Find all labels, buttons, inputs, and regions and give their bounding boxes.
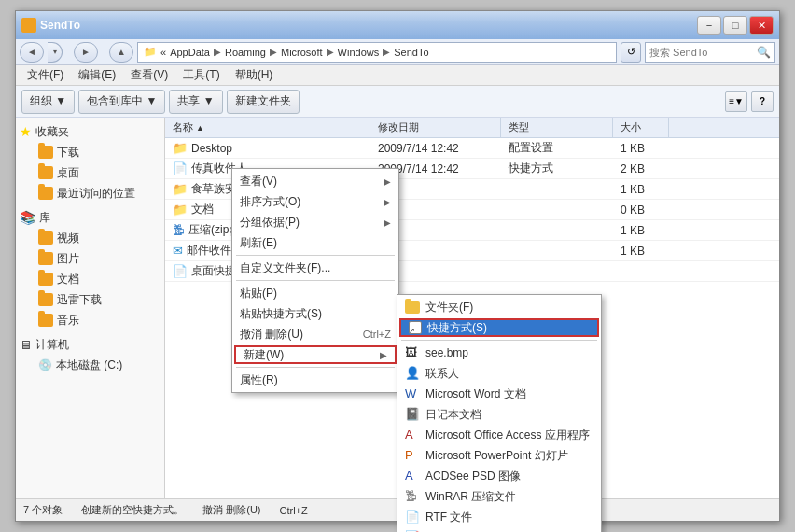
ctx-group[interactable]: 分组依据(P) ▶ [232, 212, 398, 232]
col-type[interactable]: 类型 [501, 118, 613, 137]
xunlei-label: 迅雷下载 [57, 292, 102, 308]
folder-icon [38, 166, 53, 179]
left-panel: ★ 收藏夹 下载 桌面 最近访问的位置 📚 [16, 118, 165, 498]
close-button[interactable]: ✕ [749, 16, 774, 35]
library-label: 库 [39, 210, 50, 226]
ctx-new[interactable]: 新建(W) ▶ [234, 345, 397, 364]
new-sub-sep-1 [401, 340, 597, 341]
sidebar-item-library[interactable]: 📚 库 [16, 207, 164, 228]
ctx-paste[interactable]: 粘贴(P) [232, 283, 398, 303]
ctx-undo[interactable]: 撤消 删除(U) Ctrl+Z [232, 324, 398, 344]
folder-icon [405, 301, 420, 314]
new-sub-psd[interactable]: A ACDSee PSD 图像 [398, 466, 601, 486]
ctx-sort[interactable]: 排序方式(O) ▶ [232, 191, 398, 212]
new-ppt-label: Microsoft PowerPoint 幻灯片 [425, 448, 568, 464]
ctx-view-arrow: ▶ [384, 176, 391, 187]
sidebar-item-computer[interactable]: 🖥 计算机 [16, 334, 164, 355]
new-sub-journal[interactable]: 📓 日记本文档 [398, 404, 601, 425]
ctx-customize-label: 自定义文件夹(F)... [240, 260, 391, 276]
ctx-customize[interactable]: 自定义文件夹(F)... [232, 258, 398, 278]
new-sub-shortcut-wrapper: 快捷方式(S) [398, 317, 601, 338]
back-button[interactable]: ◄ [20, 42, 44, 63]
col-date[interactable]: 修改日期 [370, 118, 501, 137]
new-access-label: Microsoft Office Access 应用程序 [425, 427, 590, 443]
c-drive-label: 本地磁盘 (C:) [56, 357, 122, 373]
share-button[interactable]: 共享 ▼ [169, 90, 222, 114]
ctx-refresh[interactable]: 刷新(E) [232, 232, 398, 253]
menu-help[interactable]: 帮助(H) [228, 65, 281, 85]
include-library-button[interactable]: 包含到库中 ▼ [78, 90, 165, 114]
folder-icon [38, 293, 53, 306]
col-size[interactable]: 大小 [613, 118, 669, 137]
music-label: 音乐 [57, 313, 79, 329]
ctx-sort-label: 排序方式(O) [240, 194, 378, 210]
new-sub-access[interactable]: A Microsoft Office Access 应用程序 [398, 425, 601, 445]
menu-edit[interactable]: 编辑(E) [71, 65, 123, 85]
bmp-icon: 🖼 [405, 345, 420, 360]
star-icon: ★ [20, 124, 32, 139]
file-type-icon: 📄 [173, 161, 188, 175]
ppt-icon: P [405, 448, 420, 463]
minimize-button[interactable]: − [697, 16, 721, 35]
new-sub-shortcut[interactable]: 快捷方式(S) [399, 318, 599, 337]
new-sub-folder[interactable]: 文件夹(F) [398, 297, 601, 317]
organize-button[interactable]: 组织 ▼ [21, 90, 75, 114]
menu-file[interactable]: 文件(F) [20, 65, 71, 85]
menu-bar: 文件(F) 编辑(E) 查看(V) 工具(T) 帮助(H) [16, 65, 779, 86]
new-folder-label: 文件夹(F) [425, 300, 473, 315]
sidebar-item-xunlei[interactable]: 迅雷下载 [16, 289, 164, 310]
ctx-new-label: 新建(W) [244, 347, 374, 363]
sidebar-item-music[interactable]: 音乐 [16, 310, 164, 330]
sidebar-item-documents[interactable]: 文档 [16, 269, 164, 289]
ctx-sort-arrow: ▶ [384, 197, 391, 207]
sidebar-item-downloads[interactable]: 下载 [16, 142, 164, 162]
word-icon: W [405, 386, 420, 401]
up-button[interactable]: ▲ [109, 42, 133, 63]
new-sub-rar[interactable]: 🗜 WinRAR 压缩文件 [398, 486, 601, 507]
menu-tools[interactable]: 工具(T) [175, 65, 227, 85]
file-type-icon: ✉ [173, 244, 183, 258]
ctx-paste-shortcut[interactable]: 粘贴快捷方式(S) [232, 303, 398, 324]
new-folder-button[interactable]: 新建文件夹 [227, 90, 300, 114]
ctx-view[interactable]: 查看(V) ▶ [232, 171, 398, 191]
new-sub-txt[interactable]: 📝 文本文档 [398, 527, 601, 532]
table-row[interactable]: 📁 Desktop 2009/7/14 12:42 配置设置 1 KB [165, 138, 779, 159]
maximize-button[interactable]: □ [723, 16, 747, 35]
ctx-properties[interactable]: 属性(R) [232, 370, 398, 390]
file-size-cell: 1 KB [613, 245, 669, 258]
forward-button[interactable]: ► [74, 42, 98, 63]
file-type-icon: 📁 [173, 182, 188, 196]
new-rar-label: WinRAR 压缩文件 [425, 489, 516, 505]
computer-icon: 🖥 [20, 338, 32, 352]
refresh-button[interactable]: ↺ [621, 42, 641, 63]
new-sub-contact[interactable]: 👤 联系人 [398, 363, 601, 384]
sidebar-item-desktop[interactable]: 桌面 [16, 162, 164, 183]
search-icon[interactable]: 🔍 [757, 46, 771, 59]
new-sub-rtf[interactable]: 📄 RTF 文件 [398, 507, 601, 527]
col-name[interactable]: 名称 ▲ [165, 118, 370, 137]
menu-view[interactable]: 查看(V) [123, 65, 175, 85]
sidebar-item-favorites[interactable]: ★ 收藏夹 [16, 121, 164, 142]
address-part-windows: Windows [338, 47, 380, 58]
sidebar-item-recent[interactable]: 最近访问的位置 [16, 183, 164, 203]
help-button[interactable]: ? [751, 91, 774, 112]
new-sub-bmp[interactable]: 🖼 see.bmp [398, 343, 601, 363]
col-size-label: 大小 [621, 120, 641, 134]
tree-favorites: ★ 收藏夹 下载 桌面 最近访问的位置 [16, 121, 164, 203]
file-size-cell: 2 KB [613, 162, 669, 175]
pictures-label: 图片 [57, 251, 79, 267]
file-type-icon: 📁 [173, 203, 188, 217]
rar-icon: 🗜 [405, 489, 420, 504]
drive-icon: 💿 [38, 358, 52, 371]
new-shortcut-label: 快捷方式(S) [427, 320, 487, 336]
sidebar-item-pictures[interactable]: 图片 [16, 248, 164, 269]
search-input[interactable] [649, 47, 754, 58]
new-sub-word[interactable]: W Microsoft Word 文档 [398, 384, 601, 404]
sidebar-item-c-drive[interactable]: 💿 本地磁盘 (C:) [16, 355, 164, 375]
sidebar-item-video[interactable]: 视频 [16, 228, 164, 248]
new-sub-ppt[interactable]: P Microsoft PowerPoint 幻灯片 [398, 445, 601, 466]
back-dropdown-button[interactable]: ▾ [48, 42, 63, 63]
documents-label: 文档 [57, 272, 79, 287]
view-button[interactable]: ≡▼ [725, 91, 747, 112]
address-path[interactable]: 📁 « AppData ▶ Roaming ▶ Microsoft ▶ Wind… [137, 42, 617, 63]
